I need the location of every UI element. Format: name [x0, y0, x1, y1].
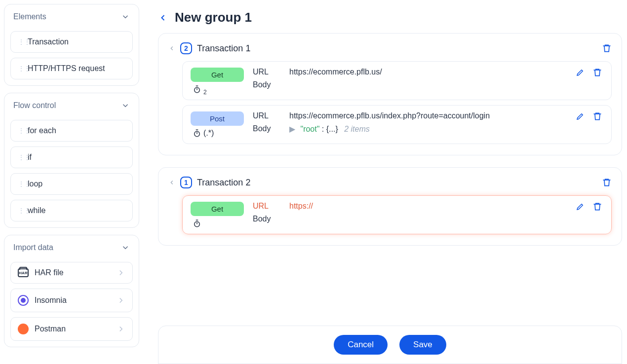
- body-label: Body: [253, 80, 280, 89]
- drag-handle-icon: ⋮⋮: [18, 127, 23, 135]
- transaction-title: Transaction 2: [197, 178, 250, 188]
- method-badge-post: Post: [191, 111, 244, 126]
- method-badge-get: Get: [191, 202, 244, 216]
- sidebar-item-http-request[interactable]: ⋮⋮ HTTP/HTTPS request: [10, 58, 133, 79]
- body-value: [289, 80, 382, 89]
- import-item-label: Insomnia: [35, 296, 67, 305]
- chevron-down-icon: [121, 243, 130, 252]
- url-label: URL: [253, 68, 280, 76]
- sidebar-item-label: if: [28, 153, 32, 162]
- postman-icon: [18, 324, 29, 334]
- panel-title: Import data: [13, 243, 53, 252]
- edit-icon[interactable]: [576, 112, 585, 121]
- timer-indicator: [191, 219, 201, 228]
- import-item-har[interactable]: HAR HAR file: [10, 262, 133, 284]
- url-value: https://ecommerce.pflb.us/: [289, 68, 382, 76]
- sidebar-item-loop[interactable]: ⋮⋮ loop: [10, 173, 133, 195]
- trash-icon[interactable]: [592, 68, 602, 77]
- json-bracket: : {...}: [322, 125, 338, 133]
- insomnia-icon: [18, 295, 29, 306]
- timer-indicator: (.*): [191, 129, 214, 138]
- sidebar-item-label: loop: [28, 180, 42, 188]
- drag-handle-icon: ⋮⋮: [18, 207, 23, 215]
- page-header: New group 1: [158, 6, 622, 33]
- chevron-down-icon: [168, 45, 175, 52]
- request-count-badge: 2: [180, 42, 192, 54]
- body-value: [289, 215, 313, 223]
- panel-title: Elements: [13, 12, 46, 21]
- drag-handle-icon: ⋮⋮: [18, 153, 23, 161]
- edit-icon[interactable]: [576, 202, 585, 211]
- sidebar-item-label: HTTP/HTTPS request: [28, 64, 105, 73]
- edit-icon[interactable]: [576, 68, 585, 77]
- request-details: URL https://ecommerce.pflb.us/index.php?…: [253, 111, 490, 134]
- sidebar-item-label: Transaction: [28, 37, 69, 46]
- back-button[interactable]: [158, 13, 168, 23]
- import-item-label: HAR file: [35, 268, 64, 277]
- timer-count: 2: [203, 89, 207, 96]
- expand-triangle-icon[interactable]: ▶: [289, 125, 295, 133]
- panel-header-elements[interactable]: Elements: [10, 9, 133, 26]
- panel-header-flow[interactable]: Flow control: [10, 98, 133, 115]
- request-details: URL https://ecommerce.pflb.us/ Body: [253, 68, 382, 89]
- sidebar-item-label: while: [28, 206, 45, 215]
- import-item-label: Postman: [35, 325, 66, 333]
- request-row[interactable]: Post (.*) URL https://ecommerce.pflb.us/…: [182, 105, 612, 144]
- json-key: "root": [300, 125, 319, 133]
- chevron-down-icon: [121, 12, 130, 21]
- request-row[interactable]: Get URL https:// Body: [182, 195, 612, 234]
- transaction-header[interactable]: 2 Transaction 1: [168, 42, 612, 54]
- request-count-badge: 1: [180, 177, 192, 188]
- import-item-postman[interactable]: Postman: [10, 317, 133, 341]
- har-file-icon: HAR: [18, 268, 29, 277]
- chevron-down-icon: [121, 101, 130, 110]
- transaction-card: 1 Transaction 2 Get URL https:// Body: [158, 167, 622, 246]
- request-details: URL https:// Body: [253, 202, 313, 223]
- sidebar-item-transaction[interactable]: ⋮⋮ Transaction: [10, 31, 133, 53]
- trash-icon[interactable]: [592, 111, 602, 121]
- main-content: New group 1 2 Transaction 1 Get 2: [143, 0, 627, 364]
- sidebar-item-if[interactable]: ⋮⋮ if: [10, 146, 133, 168]
- drag-handle-icon: ⋮⋮: [18, 38, 23, 46]
- trash-icon[interactable]: [602, 43, 612, 53]
- panel-header-import[interactable]: Import data: [10, 240, 133, 257]
- drag-handle-icon: ⋮⋮: [18, 65, 23, 73]
- method-column: Get 2: [191, 68, 244, 94]
- save-button[interactable]: Save: [399, 335, 446, 355]
- url-label: URL: [253, 111, 280, 120]
- method-column: Get: [191, 202, 244, 228]
- url-value: https://: [289, 202, 313, 211]
- chevron-right-icon: [117, 268, 125, 277]
- drag-handle-icon: ⋮⋮: [18, 180, 23, 188]
- regex-indicator: (.*): [203, 129, 214, 138]
- stopwatch-icon: [193, 219, 201, 228]
- panel-title: Flow control: [13, 101, 56, 110]
- sidebar-item-while[interactable]: ⋮⋮ while: [10, 200, 133, 221]
- stopwatch-icon: [193, 129, 201, 138]
- trash-icon[interactable]: [602, 178, 612, 187]
- footer-actions: Cancel Save: [158, 326, 622, 364]
- sidebar: Elements ⋮⋮ Transaction ⋮⋮ HTTP/HTTPS re…: [0, 0, 143, 364]
- panel-elements: Elements ⋮⋮ Transaction ⋮⋮ HTTP/HTTPS re…: [4, 4, 139, 86]
- stopwatch-icon: [193, 85, 201, 94]
- import-item-insomnia[interactable]: Insomnia: [10, 289, 133, 312]
- request-row[interactable]: Get 2 URL https://ecommerce.pflb.us/ Bod…: [182, 61, 612, 100]
- timer-indicator: 2: [191, 85, 207, 94]
- sidebar-item-foreach[interactable]: ⋮⋮ for each: [10, 120, 133, 142]
- trash-icon[interactable]: [592, 202, 602, 212]
- body-label: Body: [253, 124, 280, 134]
- json-items-count: 2 items: [344, 125, 370, 133]
- transaction-header[interactable]: 1 Transaction 2: [168, 177, 612, 188]
- body-label: Body: [253, 215, 280, 223]
- sidebar-item-label: for each: [28, 126, 56, 135]
- panel-import-data: Import data HAR HAR file Insomnia Postma…: [4, 235, 139, 347]
- cancel-button[interactable]: Cancel: [334, 335, 388, 355]
- panel-flow-control: Flow control ⋮⋮ for each ⋮⋮ if ⋮⋮ loop ⋮…: [4, 93, 139, 228]
- url-value: https://ecommerce.pflb.us/index.php?rout…: [289, 111, 490, 120]
- transaction-card: 2 Transaction 1 Get 2 URL https://ecomme…: [158, 33, 622, 155]
- chevron-right-icon: [117, 296, 125, 305]
- body-value: ▶ "root" : {...} 2 items: [289, 124, 490, 134]
- url-label: URL: [253, 202, 280, 211]
- method-badge-get: Get: [191, 68, 244, 82]
- chevron-down-icon: [168, 179, 175, 186]
